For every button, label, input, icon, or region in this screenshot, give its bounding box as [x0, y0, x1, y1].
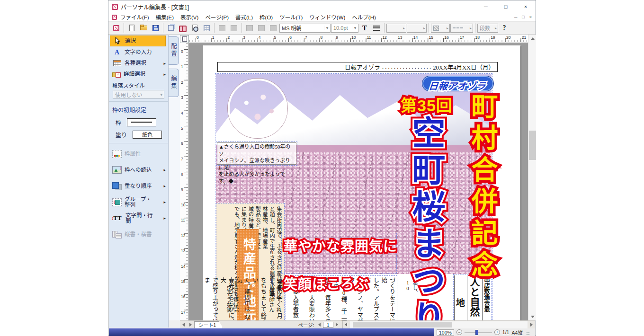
char-spacing-icon [112, 214, 123, 222]
sidebar-item-multi-select[interactable]: 各種選択 [109, 58, 168, 69]
arrow-left-icon [182, 323, 185, 327]
line-sample-icon [131, 122, 152, 123]
sidebar-item-group-align[interactable]: グループ・整列 [109, 194, 168, 210]
toolbar-separator [163, 23, 163, 33]
prev-page-button[interactable] [316, 321, 323, 328]
menu-frame[interactable]: 枠(O) [256, 13, 276, 21]
disabled-icon [246, 25, 253, 31]
next-page-button[interactable] [333, 321, 340, 328]
ruler-number: 9 [336, 35, 338, 40]
ruler-number: 14 [413, 35, 418, 40]
paper-badge[interactable]: 日報アオゾラ 日報アオゾラ [422, 76, 493, 91]
frame-attributes-icon [112, 150, 122, 158]
save-button[interactable] [150, 23, 161, 33]
scroll-right-button[interactable] [528, 321, 535, 328]
next-sheet-button[interactable] [187, 321, 194, 328]
sidebar-item-stack-order[interactable]: 重なり順序 [109, 178, 168, 194]
sidebar-item-select[interactable]: 選択 [110, 35, 166, 46]
find-button[interactable] [177, 23, 188, 33]
sidebar-item-text-direction: 縦書・横書 [109, 226, 168, 242]
sidebar-item-detail-select[interactable]: 詳細選択 [109, 69, 168, 80]
header-dots: . . . . . . . . . . . . . . . . . [382, 63, 431, 71]
frame-line-preview[interactable] [127, 118, 156, 126]
vertical-scroll-thumb[interactable] [529, 131, 536, 160]
tab-edit[interactable]: 編集 [169, 69, 179, 97]
page-grid-icon [182, 36, 187, 42]
maximize-button[interactable]: □ [496, 0, 516, 13]
ruler-number: 7 [305, 35, 307, 40]
divider [109, 143, 168, 143]
menu-page[interactable]: ページ(P) [202, 13, 232, 21]
font-size-value: 10.0pt [333, 25, 348, 31]
ruler-number: 13 [398, 35, 402, 40]
prev-sheet-button[interactable] [180, 321, 187, 328]
horizontal-scrollbar[interactable] [350, 321, 528, 328]
vertical-scrollbar[interactable] [528, 35, 536, 320]
stack-order-icon [112, 182, 122, 190]
zoom-in-button[interactable]: + [494, 329, 500, 335]
paragraph-marks-button[interactable] [371, 23, 382, 33]
menu-window[interactable]: ウィンドウ(W) [306, 13, 349, 21]
zoom-slider-thumb[interactable] [475, 330, 478, 335]
new-document-button[interactable] [126, 23, 137, 33]
doc-restore-button[interactable]: □ [522, 15, 524, 19]
ruler-number: 20 [506, 35, 510, 40]
grid-button[interactable] [201, 23, 212, 33]
tab-layout[interactable]: 配置 [169, 36, 179, 65]
photo-caption-frame[interactable]: ▲さくら通り入口の樹齢50年のソ メイヨシノ。立派な咲きっぷりに足 を止める人が… [217, 142, 296, 165]
ruler-number: 17 [181, 310, 185, 315]
sidebar-item-frame-import[interactable]: 枠への読込 [109, 162, 168, 178]
print-button[interactable] [165, 23, 177, 33]
help-icon: ? [503, 24, 506, 32]
doc-minimize-button[interactable]: ─ [514, 15, 517, 19]
newspaper-header-frame[interactable]: 日報アオゾラ . . . . . . . . . . . . . . . . .… [217, 62, 498, 72]
disabled-button-5 [268, 23, 279, 33]
ruler-number: 2 [181, 80, 183, 85]
menu-file[interactable]: ファイル(F) [117, 13, 152, 21]
scroll-left-button[interactable] [342, 321, 349, 328]
menu-help[interactable]: ヘルプ(H) [349, 13, 379, 21]
preview-button[interactable] [189, 23, 200, 33]
doc-close-button[interactable]: × [529, 15, 532, 19]
open-button[interactable] [138, 23, 149, 33]
menu-view[interactable]: 表示(V) [177, 13, 202, 21]
text-format-button[interactable] [359, 23, 370, 33]
horizontal-scroll-thumb[interactable] [353, 322, 452, 327]
menu-format[interactable]: 書式(L) [232, 13, 256, 21]
font-size-select[interactable]: 10.0pt [331, 24, 358, 33]
paragraph-style-select: 使用しない [113, 90, 164, 99]
sidebar-item-text-input[interactable]: 文字の入力 [109, 47, 168, 58]
paper-size: A4縦 [511, 329, 522, 336]
page[interactable]: 日報アオゾラ . . . . . . . . . . . . . . . . .… [203, 45, 520, 320]
minimize-button[interactable]: ─ [476, 0, 496, 13]
text-direction-icon [112, 230, 122, 239]
lead-text-frame[interactable]: 華やかな雰囲気に 華やかな雰囲気に 笑顔ほころぶ 笑顔ほころぶ [281, 233, 397, 274]
disabled-button-4 [256, 23, 267, 33]
close-button[interactable]: × [516, 0, 536, 13]
paragraph-style-value: 使用しない [115, 91, 143, 98]
ruler-number: 15 [181, 279, 185, 284]
document-canvas[interactable]: 日報アオゾラ . . . . . . . . . . . . . . . . .… [189, 43, 528, 320]
scroll-down-button[interactable] [528, 313, 537, 320]
circle-photo-frame[interactable] [228, 79, 287, 138]
sheet-tab[interactable]: シート1 [194, 321, 223, 328]
fill-preview[interactable]: 紙色 [133, 131, 162, 139]
frame-style-button[interactable] [110, 23, 122, 33]
ruler-number: 15 [429, 35, 433, 40]
sidebar-item-label: 枠属性 [125, 151, 141, 157]
save-icon [152, 25, 159, 31]
page-number-box[interactable]: 1 [323, 322, 333, 328]
menu-tools[interactable]: ツール(T) [276, 13, 306, 21]
menu-edit[interactable]: 編集(E) [152, 13, 177, 21]
fill-default-row: 塗り 紙色 [109, 128, 168, 141]
sidebar-item-char-spacing[interactable]: 文字間・行間 [109, 210, 168, 226]
zoom-out-button[interactable]: − [456, 329, 462, 335]
help-button[interactable]: ? [499, 23, 510, 33]
zoom-slider[interactable] [465, 332, 492, 333]
scroll-up-button[interactable] [528, 35, 537, 42]
font-family-select[interactable]: MS 明朝 [279, 24, 331, 33]
toolbar-separator [214, 23, 215, 33]
sidebar-item-label: 各種選択 [125, 60, 146, 66]
submenu-arrow-icon [163, 216, 166, 221]
sidebar-item-label: 重なり順序 [125, 183, 152, 189]
